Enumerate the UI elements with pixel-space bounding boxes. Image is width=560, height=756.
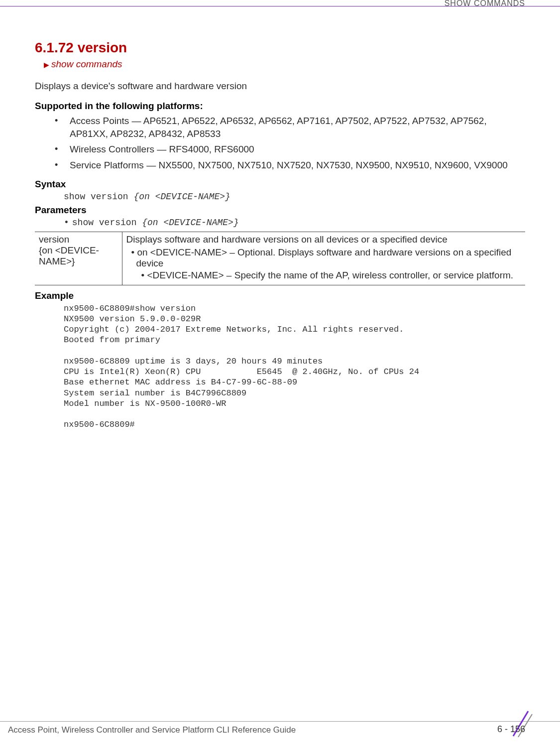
breadcrumb-text: show commands [51, 59, 122, 69]
list-item: Wireless Controllers — RFS4000, RFS6000 [55, 143, 525, 156]
intro-text: Displays a device's software and hardwar… [35, 81, 525, 92]
footer-slash-icon [503, 706, 538, 741]
list-item: Access Points — AP6521, AP6522, AP6532, … [55, 115, 525, 140]
param-plain: show version [72, 218, 142, 228]
page-number: 6 - 156 [497, 724, 525, 735]
parameters-heading: Parameters [35, 205, 525, 216]
supported-heading: Supported in the following platforms: [35, 101, 525, 112]
param-italic: {on <DEVICE-NAME>} [142, 218, 238, 228]
param-name-cell: version {on <DEVICE-NAME>} [35, 232, 122, 285]
example-heading: Example [35, 290, 525, 301]
supported-list: Access Points — AP6521, AP6522, AP6532, … [55, 115, 525, 172]
page-content: 6.1.72 version ▶show commands Displays a… [35, 40, 525, 430]
parameters-line: •show version {on <DEVICE-NAME>} [64, 218, 525, 228]
param-desc-main: Displays software and hardware versions … [126, 234, 522, 245]
param-desc-sub: • on <DEVICE-NAME> – Optional. Displays … [133, 247, 522, 269]
breadcrumb[interactable]: ▶show commands [44, 59, 525, 70]
page-footer: Access Point, Wireless Controller and Se… [0, 718, 560, 738]
bullet-icon: • [64, 218, 69, 228]
param-desc-cell: Displays software and hardware versions … [122, 232, 525, 285]
section-title: 6.1.72 version [35, 40, 525, 56]
table-row: version {on <DEVICE-NAME>} Displays soft… [35, 232, 525, 285]
list-item: Service Platforms — NX5500, NX7500, NX75… [55, 159, 525, 172]
footer-guide-title: Access Point, Wireless Controller and Se… [8, 725, 296, 735]
arrow-icon: ▶ [44, 61, 49, 69]
footer-rule [0, 721, 560, 722]
syntax-code: show version {on <DEVICE-NAME>} [64, 192, 525, 202]
example-code: nx9500-6C8809#show version NX9500 versio… [64, 303, 525, 430]
param-name: version {on <DEVICE-NAME>} [39, 234, 99, 266]
syntax-italic: {on <DEVICE-NAME>} [133, 192, 230, 202]
syntax-heading: Syntax [35, 179, 525, 190]
param-desc-sub2: • <DEVICE-NAME> – Specify the name of th… [143, 270, 522, 281]
header-category: SHOW COMMANDS [445, 0, 525, 8]
parameters-table: version {on <DEVICE-NAME>} Displays soft… [35, 232, 525, 285]
syntax-plain: show version [64, 192, 133, 202]
